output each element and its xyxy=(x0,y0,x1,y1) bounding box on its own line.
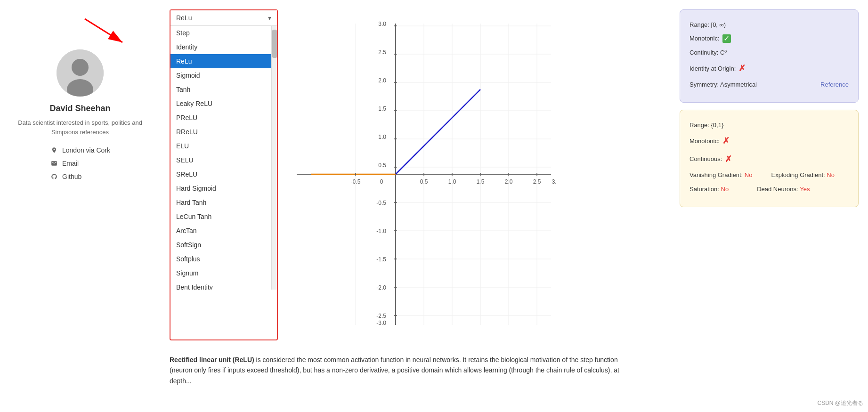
dropdown-item[interactable]: SoftSign xyxy=(170,238,277,252)
dropdown-item[interactable]: Hard Sigmoid xyxy=(170,181,277,195)
continuous-cross-icon: ✗ xyxy=(725,152,732,167)
info-panel-blue: Range: [0, ∞) Monotonic: ✓ Continuity: C… xyxy=(680,9,859,103)
profile-name: David Sheehan xyxy=(49,104,110,113)
svg-line-1 xyxy=(85,19,122,42)
vanishing-col: Vanishing Gradient: No xyxy=(690,170,752,180)
identity-row: Identity at Origin: ✗ xyxy=(690,61,849,76)
svg-text:2.5: 2.5 xyxy=(378,49,386,56)
dropdown-item[interactable]: SReLU xyxy=(170,167,277,181)
watermark: CSDN @追光者る xyxy=(817,399,863,407)
chart-area: 3.0 2.5 2.0 1.5 1.0 0.5 -0.5 -1.0 -1.5 -… xyxy=(283,9,665,340)
location-icon xyxy=(50,146,58,154)
identity-label: Identity at Origin: xyxy=(690,63,736,74)
svg-text:2.0: 2.0 xyxy=(378,77,386,84)
symmetry-row: Symmetry: Asymmetrical Reference xyxy=(690,79,849,90)
profile-bio: Data scientist interested in sports, pol… xyxy=(9,118,151,137)
dropdown-arrow-icon: ▾ xyxy=(268,14,271,22)
continuity-label: Continuity: C⁰ xyxy=(690,47,727,58)
description: Rectified linear unit (ReLU) is consider… xyxy=(170,355,622,386)
saturation-col: Saturation: No xyxy=(690,184,729,194)
continuous-row: Continuous: ✗ xyxy=(690,152,849,167)
dropdown-item[interactable]: ELU xyxy=(170,139,277,153)
red-arrow-annotation xyxy=(75,14,132,47)
svg-text:-3.0: -3.0 xyxy=(376,320,386,326)
svg-point-3 xyxy=(72,59,89,76)
profile-links: London via Cork Email Github xyxy=(50,146,110,181)
email-link[interactable]: Email xyxy=(50,159,110,168)
avatar xyxy=(57,49,104,97)
activation-chart: 3.0 2.5 2.0 1.5 1.0 0.5 -0.5 -1.0 -1.5 -… xyxy=(283,9,556,339)
svg-text:-1.5: -1.5 xyxy=(376,256,386,263)
range-label: Range: [0, ∞) xyxy=(690,19,726,30)
location-text: London via Cork xyxy=(62,146,110,154)
location-link: London via Cork xyxy=(50,146,110,154)
info-panels: Range: [0, ∞) Monotonic: ✓ Continuity: C… xyxy=(680,9,859,340)
svg-text:0.5: 0.5 xyxy=(378,162,386,169)
reference-link[interactable]: Reference xyxy=(820,79,849,90)
svg-text:-2.0: -2.0 xyxy=(376,284,386,291)
identity-cross-icon: ✗ xyxy=(738,61,746,76)
range2-label: Range: {0,1} xyxy=(690,120,723,130)
continuity-row: Continuity: C⁰ xyxy=(690,47,849,58)
svg-text:3.0: 3.0 xyxy=(378,21,386,27)
info-panel-yellow: Range: {0,1} Monotonic: ✗ Continuous: ✗ … xyxy=(680,110,859,207)
description-bold: Rectified linear unit xyxy=(170,356,231,364)
scrollbar[interactable] xyxy=(271,26,277,290)
svg-text:-2.5: -2.5 xyxy=(376,313,386,319)
saturation-row: Saturation: No Dead Neurons: Yes xyxy=(690,184,849,194)
dropdown-list[interactable]: StepIdentityReLuSigmoidTanhLeaky ReLUPRe… xyxy=(170,26,277,290)
dead-neurons-label: Dead Neurons: xyxy=(757,186,798,193)
svg-text:1.5: 1.5 xyxy=(378,105,386,112)
svg-text:3.0: 3.0 xyxy=(552,178,556,185)
dropdown-select[interactable]: ReLu ▾ xyxy=(170,10,277,26)
svg-text:-0.5: -0.5 xyxy=(376,200,386,206)
dropdown-selected-value: ReLu xyxy=(176,14,268,22)
dropdown-item[interactable]: Signum xyxy=(170,266,277,280)
dead-neurons-value: Yes xyxy=(800,186,810,193)
svg-line-45 xyxy=(396,89,480,174)
range2-row: Range: {0,1} xyxy=(690,120,849,130)
dropdown-item[interactable]: SELU xyxy=(170,153,277,167)
monotonic2-row: Monotonic: ✗ xyxy=(690,133,849,148)
dropdown-item[interactable]: Hard Tanh xyxy=(170,195,277,210)
dropdown-item[interactable]: ArcTan xyxy=(170,224,277,238)
dead-neurons-col: Dead Neurons: Yes xyxy=(757,184,810,194)
main-content: ReLu ▾ StepIdentityReLuSigmoidTanhLeaky … xyxy=(160,0,868,412)
github-text: Github xyxy=(62,173,81,180)
svg-text:0: 0 xyxy=(380,178,383,185)
email-icon xyxy=(50,159,58,168)
activation-dropdown[interactable]: ReLu ▾ StepIdentityReLuSigmoidTanhLeaky … xyxy=(170,9,278,340)
dropdown-item[interactable]: PReLU xyxy=(170,111,277,125)
dropdown-item[interactable]: RReLU xyxy=(170,125,277,139)
dropdown-item[interactable]: Softplus xyxy=(170,252,277,266)
exploding-value: No xyxy=(827,171,835,178)
description-paren: (ReLU) xyxy=(233,356,254,364)
range-row: Range: [0, ∞) xyxy=(690,19,849,30)
vanishing-label: Vanishing Gradient: xyxy=(690,171,743,178)
saturation-label: Saturation: xyxy=(690,186,719,193)
monotonic2-cross-icon: ✗ xyxy=(722,133,730,148)
sidebar: David Sheehan Data scientist interested … xyxy=(0,0,160,412)
github-icon xyxy=(50,172,58,181)
monotonic2-label: Monotonic: xyxy=(690,136,720,146)
dropdown-item[interactable]: ReLu xyxy=(170,54,277,68)
saturation-value: No xyxy=(721,186,729,193)
monotonic-row: Monotonic: ✓ xyxy=(690,33,849,44)
vanishing-value: No xyxy=(745,171,753,178)
continuous-label: Continuous: xyxy=(690,153,722,164)
svg-text:-1.0: -1.0 xyxy=(376,228,386,234)
dropdown-item[interactable]: Leaky ReLU xyxy=(170,97,277,111)
scrollbar-thumb[interactable] xyxy=(272,30,277,58)
dropdown-item[interactable]: Sigmoid xyxy=(170,68,277,82)
email-text: Email xyxy=(62,160,79,167)
dropdown-item[interactable]: Step xyxy=(170,26,277,40)
dropdown-item[interactable]: Tanh xyxy=(170,82,277,97)
dropdown-item[interactable]: LeCun Tanh xyxy=(170,210,277,224)
github-link[interactable]: Github xyxy=(50,172,110,181)
dropdown-item[interactable]: Identity xyxy=(170,40,277,54)
svg-text:1.0: 1.0 xyxy=(378,134,386,140)
symmetry-label: Symmetry: Asymmetrical xyxy=(690,79,757,90)
dropdown-item[interactable]: Bent Identity xyxy=(170,280,277,290)
monotonic-check-icon: ✓ xyxy=(722,34,731,43)
monotonic-label: Monotonic: xyxy=(690,33,720,44)
